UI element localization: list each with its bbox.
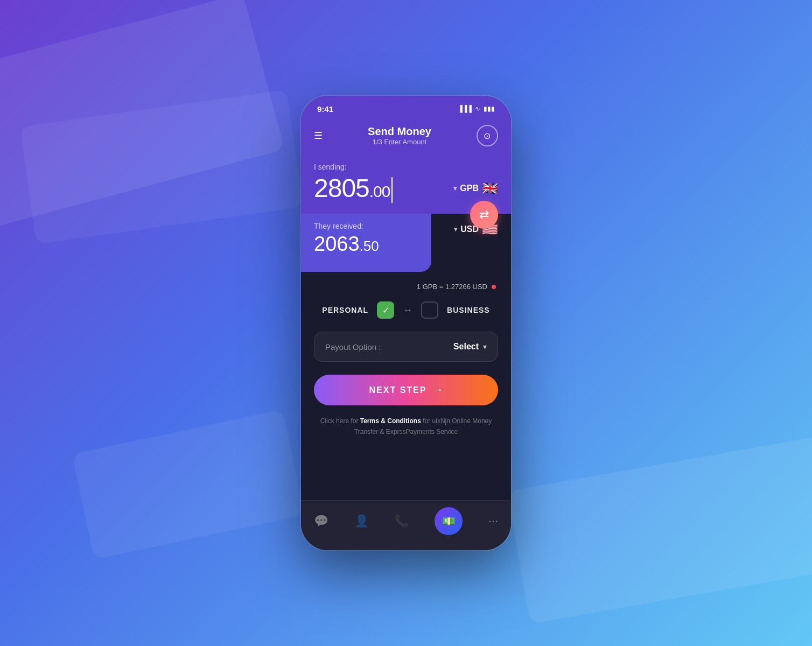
chat-icon: 💬 [314,514,328,528]
payout-select[interactable]: Select ▾ [453,342,487,352]
next-step-button[interactable]: NEXT STEP → [314,375,498,405]
swap-arrows-icon: ↔ [403,305,412,316]
bottom-navigation: 💬 👤 📞 💵 ··· [301,500,511,550]
nav-item-profile[interactable]: 👤 [354,514,369,528]
signal-icon: ▐▐▐ [458,105,472,113]
sending-flag-icon: 🇬🇧 [482,181,498,196]
sending-currency-selector[interactable]: ▾ GPB 🇬🇧 [453,181,498,196]
phone-frame: 9:41 ▐▐▐ ∿ ▮▮▮ ☰ Send Money 1/3 Enter Am… [301,96,511,550]
page-title: Send Money [368,125,431,138]
receiving-amount: 2063.50 [314,233,418,256]
terms-link[interactable]: Terms & Conditions [360,417,421,425]
bg-decoration-4 [72,410,305,560]
user-circle-icon: ⊙ [484,131,491,141]
payout-chevron-icon: ▾ [483,342,487,351]
sending-currency-code: GPB [460,184,479,193]
sending-amount-whole: 2805.00 [314,174,393,202]
exchange-rate-text: 1 GPB = 1.27266 USD [417,283,487,291]
receiving-wrapper: They received: 2063.50 ▾ USD 🇺🇸 ⇄ [301,214,511,272]
nav-item-phone[interactable]: 📞 [394,514,409,528]
rate-status-dot [492,285,496,289]
account-type-toggle: PERSONAL ✓ ↔ BUSINESS [314,301,498,319]
nav-item-more[interactable]: ··· [488,514,498,528]
receiving-top-block: They received: 2063.50 [301,214,431,272]
wifi-icon: ∿ [475,105,480,113]
user-avatar[interactable]: ⊙ [477,125,498,146]
sending-label: I sending: [314,163,498,171]
nav-item-chat[interactable]: 💬 [314,514,328,528]
business-checkbox[interactable] [421,301,438,319]
status-time: 9:41 [317,104,333,114]
business-label: BUSINESS [447,306,490,314]
phone-icon: 📞 [394,514,409,528]
header-center: Send Money 1/3 Enter Amount [368,125,431,146]
profile-icon: 👤 [354,514,369,528]
status-icons: ▐▐▐ ∿ ▮▮▮ [458,105,495,113]
terms-prefix: Click here for [320,417,360,425]
page-subtitle: 1/3 Enter Amount [368,138,431,146]
personal-label: PERSONAL [322,306,368,314]
terms-text: Click here for Terms & Conditions for ui… [314,416,498,437]
swap-button[interactable]: ⇄ [470,201,498,229]
send-money-icon: 💵 [442,515,456,528]
receiving-label: They received: [314,222,418,230]
next-arrow-icon: → [433,384,443,396]
sending-amount-row: 2805.00 ▾ GPB 🇬🇧 [314,173,498,203]
status-bar: 9:41 ▐▐▐ ∿ ▮▮▮ [301,96,511,120]
payout-option-selector[interactable]: Payout Option : Select ▾ [314,332,498,362]
hamburger-menu-icon[interactable]: ☰ [314,131,323,141]
dark-section: 1 GPB = 1.27266 USD PERSONAL ✓ ↔ BUSINES… [301,272,511,447]
sending-chevron-icon: ▾ [453,185,457,192]
sending-amount[interactable]: 2805.00 [314,173,393,203]
bg-decoration-2 [507,426,812,624]
swap-icon: ⇄ [479,208,489,222]
nav-item-send-money[interactable]: 💵 [435,507,463,535]
more-icon: ··· [488,514,498,528]
payout-select-text: Select [453,342,479,352]
payout-label: Payout Option : [325,342,381,352]
exchange-rate-row: 1 GPB = 1.27266 USD [314,283,498,291]
app-header: ☰ Send Money 1/3 Enter Amount ⊙ [301,120,511,157]
receiving-chevron-icon: ▾ [454,226,457,233]
battery-icon: ▮▮▮ [484,105,495,113]
check-icon: ✓ [382,305,389,315]
personal-checkbox[interactable]: ✓ [377,301,394,319]
next-step-label: NEXT STEP [369,385,427,395]
